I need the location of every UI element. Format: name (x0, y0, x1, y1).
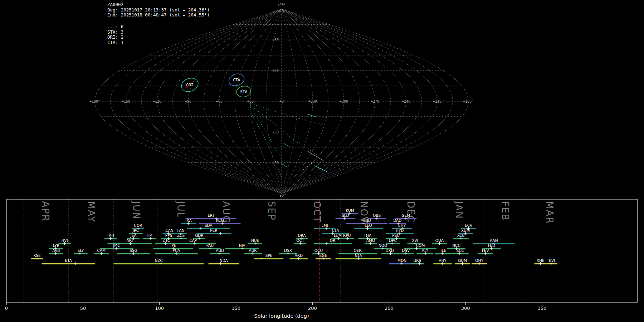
x-tick-label: 250 (385, 306, 394, 311)
shower-code-label: NOO (379, 243, 387, 248)
lon-label: +120 (153, 99, 161, 103)
shower-bar-nue: NUE (248, 238, 262, 245)
shower-code-label: PPS (165, 233, 172, 238)
peak-marker (490, 247, 493, 250)
shower-bar-eta: ETA (42, 258, 95, 265)
lon-label: +60 (216, 99, 223, 103)
peak-marker (461, 262, 464, 265)
peak-marker (109, 237, 112, 240)
count-cta: CTA: 1 (107, 40, 210, 45)
x-axis-label: Solar longitude (deg) (254, 313, 309, 319)
shower-code-label: ARI (127, 238, 133, 243)
peak-marker (389, 252, 392, 255)
month-label-feb: FEB (500, 201, 511, 221)
shower-code-label: HVI (61, 238, 68, 243)
peak-marker (381, 247, 384, 250)
peak-marker (391, 242, 394, 245)
shower-code-label: JMC (113, 243, 120, 248)
month-label-mar: MAR (544, 201, 555, 224)
radiant-sky-map: +90°-90°+180°+150+120+90+60+30+0+330+300… (0, 0, 644, 199)
peak-marker (458, 252, 461, 255)
meteor-trail (307, 114, 317, 117)
radiant-label: STA (240, 89, 247, 94)
peak-marker (164, 242, 167, 245)
peak-marker (369, 242, 372, 245)
peak-marker (357, 257, 360, 260)
shower-code-label: ECV (465, 223, 473, 228)
shower-code-label: LEO (365, 223, 372, 228)
shower-code-label: COR (134, 223, 142, 228)
shower-code-label: DPC (389, 238, 397, 243)
shower-code-label: PAU (206, 243, 214, 248)
shower-code-label: FAN (177, 228, 185, 233)
shower-code-label: KSE (33, 253, 40, 258)
shower-code-label: IIP (147, 233, 152, 238)
month-label-may: MAY (86, 201, 97, 223)
shower-code-label: ETA (65, 258, 72, 263)
month-label-jun: JUN (131, 200, 142, 220)
shower-code-label: IXA (185, 218, 192, 223)
peak-marker (375, 217, 378, 220)
end-time: End: 20251018 00:48:47 (sol = 204.55°) (107, 13, 210, 18)
shower-code-label: COM (416, 243, 425, 248)
shower-code-label: OER (353, 248, 361, 253)
meteor-shower-report: +90°-90°+180°+150+120+90+60+30+0+330+300… (0, 0, 644, 322)
shower-code-label: ZTC (163, 238, 170, 243)
peak-marker (187, 222, 190, 225)
peak-marker (260, 257, 263, 260)
shower-code-label: GDR (195, 233, 204, 238)
shower-bar-amo: AMO (365, 238, 377, 245)
peak-marker (539, 262, 542, 265)
shower-code-label: LYR (53, 243, 59, 248)
peak-marker (199, 227, 202, 230)
month-label-dec: DEC (405, 201, 416, 223)
month-label-apr: APR (40, 201, 51, 222)
shower-code-label: LMI (322, 223, 328, 228)
meteor-trail (301, 163, 312, 171)
month-label-jan: JAN (454, 200, 464, 219)
shower-code-label: AUR (249, 248, 257, 253)
shower-code-label: AND (363, 218, 371, 223)
lon-label: +150 (122, 99, 130, 103)
lon-label: +180° (89, 99, 100, 103)
lon-label: +0 (279, 99, 284, 103)
shower-code-label: CTA (332, 228, 340, 233)
shower-code-label: XCB (457, 233, 465, 238)
peak-marker (441, 252, 444, 255)
shower-bar-nda: NDA (209, 258, 239, 265)
peak-marker (63, 242, 66, 245)
shower-code-label: NDA (220, 258, 228, 263)
info-panel: ZA0002 Beg: 20251017 20:13:37 (sol = 204… (107, 2, 210, 45)
meteor-trail (307, 151, 323, 161)
shower-code-label: PCA (172, 248, 180, 253)
shower-code-label: ARD (295, 253, 303, 258)
peak-marker (149, 237, 152, 240)
shower-code-label: SPE (265, 253, 273, 258)
pole-label-north: +90° (277, 3, 286, 7)
shower-bar-evi: EVI (547, 258, 557, 265)
radiant-sta: STA (236, 85, 252, 98)
shower-code-label: MON (397, 258, 406, 263)
shower-code-label: QUA (435, 238, 444, 243)
shower-code-label: SLD (342, 213, 349, 218)
meteor-trails (247, 103, 327, 186)
peak-marker (418, 262, 421, 265)
peak-marker (74, 262, 77, 265)
shower-code-label: NUE (251, 238, 259, 243)
shower-code-label: GEM (401, 213, 410, 218)
month-label-sep: SEP (266, 201, 277, 221)
shower-code-label: IPE (170, 243, 176, 248)
peak-marker (478, 262, 481, 265)
shower-bar-ohy: OHY (472, 258, 487, 265)
shower-code-label: FEV (482, 248, 489, 253)
shower-code-label: ALY (422, 248, 429, 253)
peak-marker (219, 232, 222, 235)
shower-code-label: NTA (355, 253, 362, 258)
shower-code-label: CAP (189, 238, 197, 243)
lon-label: +30 (247, 99, 254, 103)
shower-code-label: NCC (452, 243, 460, 248)
peak-marker (299, 242, 302, 245)
shower-code-label: PER (210, 228, 217, 233)
shower-code-label: KUM (346, 208, 354, 213)
x-tick-label: 350 (538, 306, 547, 311)
